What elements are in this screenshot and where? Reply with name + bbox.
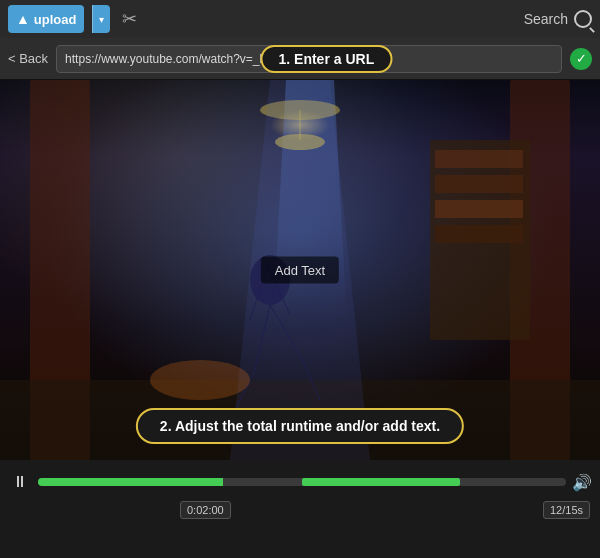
video-area: Add Text 2. Adjust the total runtime and…	[0, 80, 600, 460]
svg-rect-8	[435, 225, 523, 243]
time-labels: 0:02:00 12/15s	[0, 498, 600, 524]
url-input[interactable]	[56, 45, 562, 73]
upload-dropdown-button[interactable]: ▾	[92, 5, 110, 33]
play-pause-icon: ⏸	[12, 473, 28, 490]
timeline-track[interactable]	[38, 478, 566, 486]
upload-label: upload	[34, 12, 77, 27]
back-button[interactable]: < Back	[8, 51, 48, 66]
upload-icon: ▲	[16, 11, 30, 27]
back-label: < Back	[8, 51, 48, 66]
add-text-label: Add Text	[275, 263, 325, 278]
url-bar: < Back 1. Enter a URL ✓	[0, 38, 600, 80]
time-label-right: 12/15s	[543, 501, 590, 519]
timeline-area: ⏸ 🔊 0:02:00 12/15s	[0, 460, 600, 524]
top-bar: ▲ upload ▾ ✂ Search	[0, 0, 600, 38]
add-text-button[interactable]: Add Text	[261, 257, 339, 284]
timeline-fill	[38, 478, 223, 486]
time-label-left: 0:02:00	[180, 501, 231, 519]
play-pause-button[interactable]: ⏸	[8, 473, 32, 491]
search-area[interactable]: Search	[524, 10, 592, 28]
svg-rect-5	[435, 150, 523, 168]
step2-label: 2. Adjust the total runtime and/or add t…	[136, 408, 464, 444]
volume-icon[interactable]: 🔊	[572, 473, 592, 492]
timeline-controls: ⏸ 🔊	[0, 466, 600, 498]
svg-rect-6	[435, 175, 523, 193]
svg-point-20	[150, 360, 250, 400]
search-label: Search	[524, 11, 568, 27]
search-icon	[574, 10, 592, 28]
url-check-icon: ✓	[570, 48, 592, 70]
scissors-icon: ✂	[122, 8, 137, 30]
upload-button[interactable]: ▲ upload	[8, 5, 84, 33]
timeline-segment	[302, 478, 460, 486]
svg-rect-7	[435, 200, 523, 218]
